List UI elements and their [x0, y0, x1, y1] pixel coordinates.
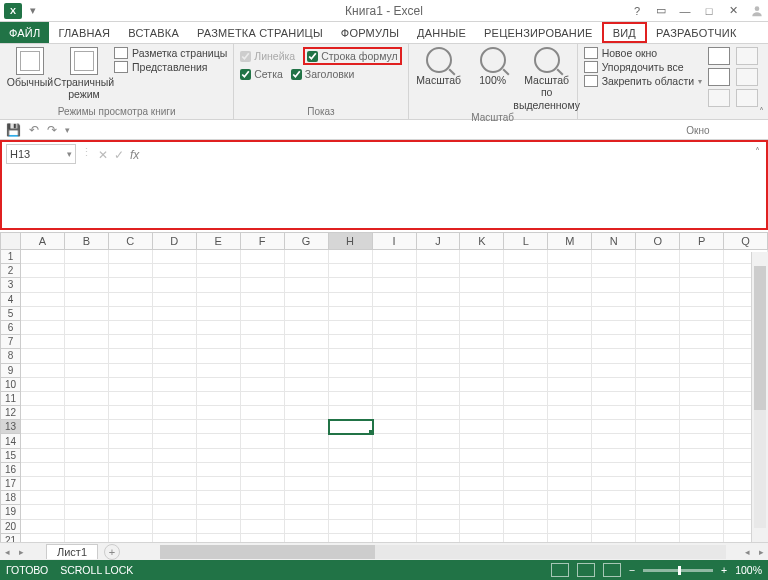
cell[interactable] — [329, 364, 373, 378]
cell[interactable] — [373, 520, 417, 534]
cell[interactable] — [373, 463, 417, 477]
minimize-button[interactable]: — — [674, 2, 696, 20]
cell[interactable] — [592, 321, 636, 335]
row-header[interactable]: 19 — [0, 505, 21, 519]
cell[interactable] — [21, 434, 65, 448]
tab-главная[interactable]: ГЛАВНАЯ — [49, 22, 119, 43]
cell[interactable] — [241, 293, 285, 307]
cell[interactable] — [109, 434, 153, 448]
split-icon[interactable] — [708, 47, 730, 65]
tab-вид[interactable]: ВИД — [602, 22, 647, 43]
cell[interactable] — [21, 491, 65, 505]
cell[interactable] — [241, 520, 285, 534]
row-header[interactable]: 17 — [0, 477, 21, 491]
row-header[interactable]: 12 — [0, 406, 21, 420]
cell[interactable] — [21, 335, 65, 349]
column-header[interactable]: E — [197, 232, 241, 250]
cell[interactable] — [153, 477, 197, 491]
cell[interactable] — [153, 364, 197, 378]
column-header[interactable]: A — [21, 232, 65, 250]
row-header[interactable]: 15 — [0, 449, 21, 463]
cell[interactable] — [285, 278, 329, 292]
cell[interactable] — [109, 307, 153, 321]
cell[interactable] — [636, 278, 680, 292]
cell[interactable] — [241, 335, 285, 349]
cell[interactable] — [680, 349, 724, 363]
zoom-100-button[interactable]: 100% — [469, 47, 517, 87]
maximize-button[interactable]: □ — [698, 2, 720, 20]
cell[interactable] — [592, 505, 636, 519]
cell[interactable] — [65, 449, 109, 463]
cell[interactable] — [548, 378, 592, 392]
cell[interactable] — [285, 335, 329, 349]
cell[interactable] — [329, 449, 373, 463]
cell[interactable] — [21, 307, 65, 321]
cell[interactable] — [548, 278, 592, 292]
cell[interactable] — [329, 307, 373, 321]
insert-function-button[interactable]: fx — [130, 148, 139, 162]
cell[interactable] — [417, 534, 461, 542]
cell[interactable] — [65, 463, 109, 477]
cell[interactable] — [153, 505, 197, 519]
gridlines-checkbox[interactable]: Сетка — [240, 68, 283, 80]
cell[interactable] — [153, 335, 197, 349]
cell[interactable] — [373, 349, 417, 363]
custom-views-button[interactable]: Представления — [114, 61, 227, 73]
cell[interactable] — [592, 378, 636, 392]
cell[interactable] — [636, 349, 680, 363]
cell[interactable] — [680, 505, 724, 519]
cell[interactable] — [241, 449, 285, 463]
cell[interactable] — [241, 491, 285, 505]
row-header[interactable]: 2 — [0, 264, 21, 278]
cell[interactable] — [153, 250, 197, 264]
cell[interactable] — [636, 264, 680, 278]
cell[interactable] — [680, 463, 724, 477]
cell[interactable] — [460, 250, 504, 264]
cell[interactable] — [417, 477, 461, 491]
cell[interactable] — [241, 463, 285, 477]
cell[interactable] — [109, 463, 153, 477]
cell[interactable] — [417, 420, 461, 434]
cell[interactable] — [680, 335, 724, 349]
cell[interactable] — [153, 520, 197, 534]
cell[interactable] — [548, 307, 592, 321]
ribbon-options-button[interactable]: ▭ — [650, 2, 672, 20]
cell[interactable] — [285, 321, 329, 335]
column-header[interactable]: N — [592, 232, 636, 250]
cell[interactable] — [548, 434, 592, 448]
cell[interactable] — [329, 477, 373, 491]
cell[interactable] — [329, 463, 373, 477]
normal-view-status-button[interactable] — [551, 563, 569, 577]
cell[interactable] — [417, 491, 461, 505]
zoom-level[interactable]: 100% — [735, 564, 762, 576]
sync-scroll-icon[interactable] — [736, 68, 758, 86]
column-header[interactable]: C — [109, 232, 153, 250]
cell[interactable] — [373, 293, 417, 307]
cell[interactable] — [680, 278, 724, 292]
cell[interactable] — [109, 406, 153, 420]
cell[interactable] — [504, 364, 548, 378]
unhide-icon[interactable] — [708, 89, 730, 107]
cell[interactable] — [329, 293, 373, 307]
cell[interactable] — [65, 293, 109, 307]
cell[interactable] — [504, 335, 548, 349]
cell[interactable] — [285, 406, 329, 420]
cell[interactable] — [285, 264, 329, 278]
cell[interactable] — [592, 392, 636, 406]
row-header[interactable]: 6 — [0, 321, 21, 335]
cell[interactable] — [109, 491, 153, 505]
cell[interactable] — [460, 392, 504, 406]
cell[interactable] — [504, 420, 548, 434]
cell[interactable] — [417, 449, 461, 463]
cell[interactable] — [373, 335, 417, 349]
cell[interactable] — [373, 307, 417, 321]
cell[interactable] — [373, 505, 417, 519]
cell[interactable] — [504, 463, 548, 477]
tab-файл[interactable]: ФАЙЛ — [0, 22, 49, 43]
cell[interactable] — [636, 378, 680, 392]
cell[interactable] — [65, 392, 109, 406]
cell[interactable] — [548, 477, 592, 491]
row-header[interactable]: 18 — [0, 491, 21, 505]
cell[interactable] — [197, 349, 241, 363]
row-header[interactable]: 20 — [0, 520, 21, 534]
